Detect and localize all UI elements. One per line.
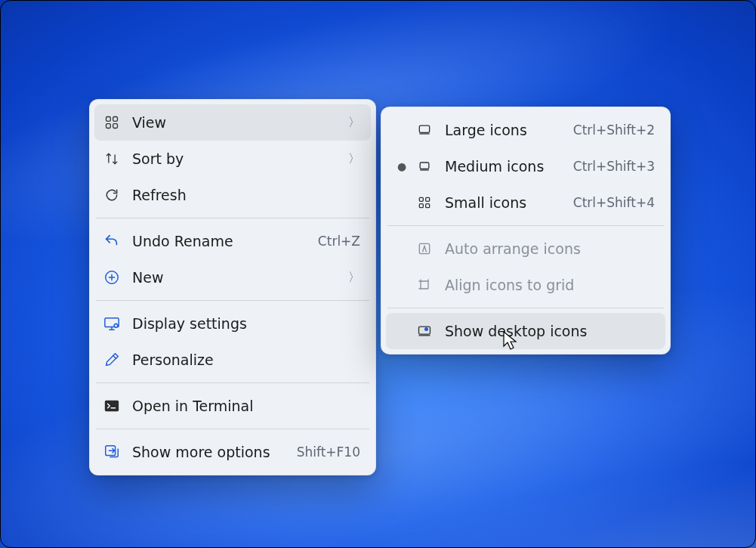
menu-item-accelerator: Ctrl+Shift+3: [573, 159, 655, 174]
svg-rect-9: [419, 125, 429, 132]
refresh-icon: [102, 185, 122, 205]
svg-point-6: [114, 324, 118, 327]
plus-circle-icon: [102, 268, 122, 287]
svg-rect-10: [420, 163, 429, 169]
menu-item-sort-by[interactable]: Sort by 〉: [94, 141, 371, 177]
menu-item-label: New: [132, 269, 341, 286]
menu-item-label: Show more options: [132, 444, 289, 460]
submenu-item-show-desktop-icons[interactable]: Show desktop icons: [386, 313, 665, 349]
align-grid-icon: [415, 275, 434, 295]
svg-rect-7: [105, 401, 119, 412]
submenu-item-large-icons[interactable]: Large icons Ctrl+Shift+2: [386, 112, 665, 148]
svg-rect-1: [113, 117, 118, 122]
svg-rect-0: [106, 117, 111, 122]
menu-item-label: Small icons: [445, 194, 566, 211]
svg-rect-17: [419, 327, 430, 334]
menu-item-label: Show desktop icons: [445, 323, 655, 339]
svg-rect-2: [106, 124, 111, 128]
radio-mark-selected: ●: [393, 160, 410, 172]
menu-item-show-more-options[interactable]: Show more options Shift+F10: [94, 434, 371, 470]
menu-item-accelerator: Ctrl+Shift+2: [573, 122, 655, 138]
medium-icons-icon: [415, 156, 434, 176]
small-icons-icon: [415, 193, 434, 212]
desktop-context-menu: View 〉 Sort by 〉 Refresh Undo Rename Ctr…: [89, 99, 376, 475]
menu-item-new[interactable]: New 〉: [94, 259, 371, 296]
paintbrush-icon: [102, 350, 122, 370]
chevron-right-icon: 〉: [348, 270, 360, 286]
svg-rect-13: [419, 204, 423, 208]
menu-item-accelerator: Ctrl+Shift+4: [573, 195, 655, 210]
menu-item-personalize[interactable]: Personalize: [94, 342, 371, 378]
large-icons-icon: [415, 120, 434, 140]
view-grid-icon: [102, 113, 122, 132]
undo-icon: [102, 231, 122, 251]
menu-separator: [96, 300, 369, 301]
display-settings-icon: [102, 314, 122, 333]
menu-separator: [96, 382, 369, 383]
menu-item-accelerator: Ctrl+Z: [318, 234, 360, 249]
menu-item-label: View: [132, 114, 341, 131]
submenu-item-align-to-grid[interactable]: Align icons to grid: [386, 267, 665, 303]
sort-icon: [102, 149, 122, 169]
svg-rect-14: [426, 204, 430, 208]
menu-item-refresh[interactable]: Refresh: [94, 177, 371, 213]
show-more-icon: [102, 442, 122, 462]
submenu-item-small-icons[interactable]: Small icons Ctrl+Shift+4: [386, 184, 665, 221]
menu-item-label: Refresh: [132, 187, 360, 203]
menu-item-label: Open in Terminal: [132, 398, 360, 414]
menu-item-label: Medium icons: [445, 158, 566, 175]
menu-separator: [96, 218, 369, 218]
view-submenu: Large icons Ctrl+Shift+2 ● Medium icons …: [381, 107, 671, 354]
svg-point-18: [424, 327, 428, 331]
menu-separator: [96, 429, 369, 429]
auto-arrange-icon: [415, 239, 434, 259]
menu-item-label: Display settings: [132, 315, 360, 332]
menu-separator: [387, 225, 664, 226]
menu-item-label: Sort by: [132, 150, 341, 167]
menu-item-view[interactable]: View 〉: [94, 104, 371, 141]
submenu-item-auto-arrange[interactable]: Auto arrange icons: [386, 231, 665, 267]
menu-item-label: Personalize: [132, 351, 360, 368]
menu-item-label: Undo Rename: [132, 233, 310, 249]
chevron-right-icon: 〉: [348, 115, 360, 131]
menu-separator: [387, 308, 664, 308]
submenu-item-medium-icons[interactable]: ● Medium icons Ctrl+Shift+3: [386, 148, 665, 184]
desktop-icons-icon: [415, 321, 434, 341]
svg-rect-16: [421, 281, 428, 289]
menu-item-label: Align icons to grid: [445, 277, 655, 293]
menu-item-display-settings[interactable]: Display settings: [94, 305, 371, 342]
svg-rect-11: [419, 197, 423, 201]
chevron-right-icon: 〉: [348, 151, 360, 167]
terminal-icon: [102, 396, 122, 416]
menu-item-label: Auto arrange icons: [445, 240, 655, 257]
menu-item-open-terminal[interactable]: Open in Terminal: [94, 388, 371, 424]
menu-item-label: Large icons: [445, 122, 566, 138]
menu-item-undo-rename[interactable]: Undo Rename Ctrl+Z: [94, 223, 371, 259]
svg-rect-12: [426, 197, 430, 201]
menu-item-accelerator: Shift+F10: [297, 444, 360, 460]
svg-rect-3: [113, 124, 118, 128]
